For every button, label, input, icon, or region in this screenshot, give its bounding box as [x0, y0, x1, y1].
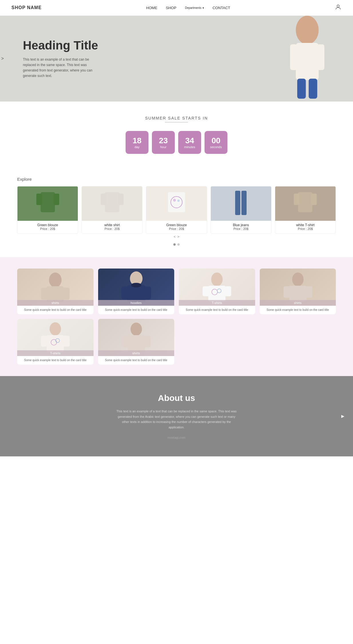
category-card-1[interactable]: hoodies Some quick example text to build…	[98, 269, 174, 314]
nav-home[interactable]: HOME	[146, 6, 157, 10]
svg-rect-5	[297, 79, 306, 99]
product-image-1	[82, 186, 142, 221]
svg-rect-42	[47, 335, 64, 352]
countdown-hours-number: 23	[159, 136, 168, 145]
svg-rect-44	[63, 336, 70, 347]
countdown-section: SUMMER SALE STARTS IN 18 day 23 hour 34 …	[0, 102, 353, 165]
category-card-0[interactable]: shirts Some quick example text to build …	[17, 269, 94, 314]
category-image-3: shirts	[260, 269, 336, 306]
countdown-seconds-label: seconds	[210, 145, 222, 149]
chevron-down-icon: ▾	[203, 6, 204, 9]
carousel-arrows: < >	[17, 235, 336, 239]
category-label-1: hoodies	[98, 300, 174, 306]
hero-description: This text is an example of a text that c…	[23, 57, 103, 79]
categories-grid-bottom: T-shirts Some quick example text to buil…	[17, 319, 336, 365]
svg-rect-20	[294, 194, 300, 205]
brand-logo[interactable]: SHOP NAME	[11, 5, 42, 10]
svg-rect-23	[47, 286, 64, 302]
countdown-minutes-number: 34	[185, 136, 194, 145]
carousel-dots	[17, 243, 336, 246]
product-name-4: white T-shirt	[275, 223, 336, 227]
svg-point-31	[211, 273, 223, 286]
product-image-2	[146, 186, 207, 221]
product-name-0: Green blouze	[17, 223, 78, 227]
svg-rect-10	[105, 192, 119, 212]
svg-rect-38	[289, 286, 306, 301]
product-name-1: white shirt	[82, 223, 142, 227]
svg-rect-21	[311, 194, 317, 205]
carousel-dot-2[interactable]	[177, 243, 180, 246]
product-card-2[interactable]: Green blouze Price : 20$	[146, 186, 207, 234]
svg-rect-17	[235, 191, 240, 215]
svg-rect-28	[121, 287, 128, 299]
category-card-2[interactable]: T-shirts Some quick example text to buil…	[179, 269, 255, 314]
explore-title: Explore	[17, 177, 336, 182]
explore-section: Explore Green blouze Price : 20$ w	[0, 165, 353, 251]
product-card-0[interactable]: Green blouze Price : 20$	[17, 186, 78, 234]
svg-rect-6	[309, 79, 317, 99]
category-image-2: T-shirts	[179, 269, 255, 306]
svg-rect-40	[305, 286, 312, 298]
category-card-4[interactable]: T-shirts Some quick example text to buil…	[17, 319, 94, 365]
svg-rect-19	[298, 192, 312, 212]
category-desc-2: Some quick example text to build on the …	[179, 306, 255, 314]
product-card-3[interactable]: Blue jeans Price : 20$	[211, 186, 271, 234]
countdown-days: 18 day	[126, 131, 148, 154]
categories-grid-top: shirts Some quick example text to build …	[17, 269, 336, 314]
svg-rect-11	[101, 194, 106, 205]
product-card-1[interactable]: white shirt Price : 20$	[82, 186, 142, 234]
category-label-2: T-shirts	[179, 300, 255, 306]
svg-rect-12	[118, 194, 124, 205]
category-card-3[interactable]: shirts Some quick example text to build …	[260, 269, 336, 314]
svg-rect-34	[224, 286, 231, 296]
categories-section: shirts Some quick example text to build …	[0, 257, 353, 376]
svg-point-41	[49, 322, 61, 335]
svg-rect-49	[122, 336, 129, 347]
countdown-days-number: 18	[132, 136, 141, 145]
countdown-divider	[165, 122, 188, 122]
product-price-4: Price : 20$	[275, 227, 336, 230]
category-image-4: T-shirts	[17, 319, 94, 356]
product-price-3: Price : 20$	[211, 227, 271, 230]
hero-content: Heading Title This text is an example of…	[0, 21, 126, 96]
svg-rect-50	[144, 336, 150, 347]
user-icon[interactable]	[335, 4, 342, 12]
nav-contact[interactable]: CONTACT	[213, 6, 230, 10]
carousel-next-arrow[interactable]: >	[177, 235, 179, 239]
product-name-2: Green blouze	[146, 223, 207, 227]
nav-shop[interactable]: SHOP	[166, 6, 176, 10]
svg-point-16	[177, 200, 180, 202]
nav-departments[interactable]: Departments ▾	[185, 6, 204, 9]
category-card-5[interactable]: shirts Some quick example text to build …	[98, 319, 174, 365]
svg-rect-27	[127, 285, 145, 302]
svg-point-22	[49, 273, 62, 287]
countdown-boxes: 18 day 23 hour 34 minutes 00 seconds	[11, 131, 342, 154]
category-image-0: shirts	[17, 269, 94, 306]
svg-rect-18	[241, 191, 247, 215]
countdown-minutes-label: minutes	[184, 145, 195, 149]
countdown-seconds-number: 00	[211, 136, 220, 145]
svg-rect-33	[203, 286, 209, 296]
category-desc-1: Some quick example text to build on the …	[98, 306, 174, 314]
svg-rect-48	[128, 335, 145, 352]
category-label-4: T-shirts	[17, 350, 94, 356]
nav-links: HOME SHOP Departments ▾ CONTACT	[146, 6, 230, 10]
about-description: This text is an example of a text that c…	[116, 409, 237, 430]
product-price-1: Price : 20$	[82, 227, 142, 230]
svg-rect-29	[144, 287, 151, 299]
products-row: Green blouze Price : 20$ white shirt Pri…	[17, 186, 336, 234]
product-image-3	[211, 186, 271, 221]
svg-rect-43	[41, 336, 48, 347]
product-name-3: Blue jeans	[211, 223, 271, 227]
svg-rect-25	[63, 288, 70, 300]
product-image-4	[275, 186, 336, 221]
carousel-prev-arrow[interactable]: <	[174, 235, 176, 239]
svg-point-37	[292, 273, 304, 286]
svg-rect-3	[290, 44, 297, 70]
countdown-hours-label: hour	[160, 145, 166, 149]
carousel-dot-1[interactable]	[173, 243, 176, 246]
svg-point-1	[296, 16, 319, 44]
svg-rect-2	[296, 43, 319, 80]
product-card-4[interactable]: white T-shirt Price : 20$	[275, 186, 336, 234]
about-next-arrow[interactable]: ▶	[341, 414, 344, 418]
